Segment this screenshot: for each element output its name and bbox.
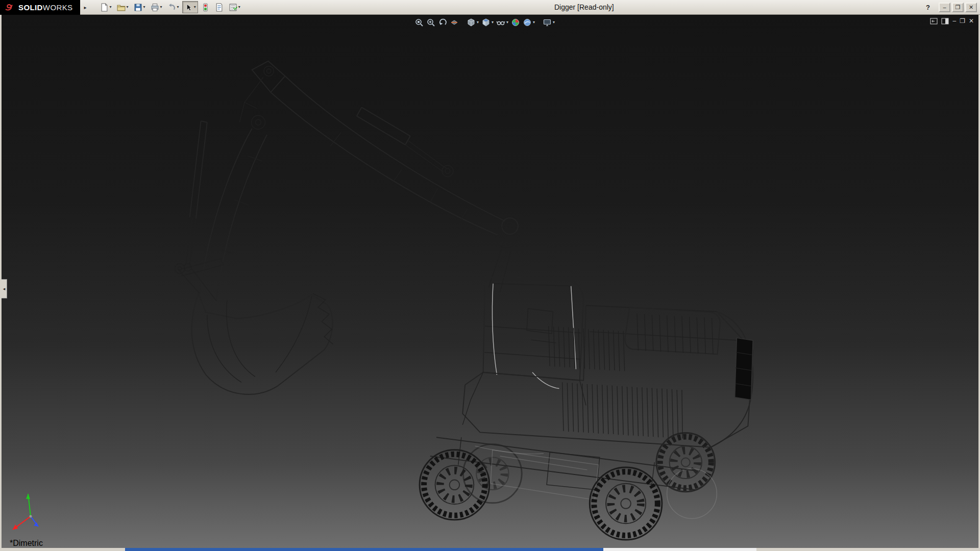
hide-show-items-icon [496,18,505,27]
taskbar-active-segment[interactable] [125,548,603,551]
view-settings-caret[interactable]: ▾ [553,20,555,24]
brand-text: SOLIDWORKS [18,3,73,12]
boom-group[interactable] [239,61,518,292]
hide-show-items-caret[interactable]: ▾ [506,20,508,24]
boom-cylinder-group[interactable] [357,107,453,177]
doc-close-button[interactable]: ✕ [969,17,974,24]
front-left-wheel[interactable] [420,450,489,520]
doc-restore-button[interactable]: ❐ [960,17,965,24]
options-icon [229,3,237,12]
graphics-area[interactable]: ▾ ▾ ▾ [0,15,980,548]
panel-splitter-handle[interactable]: ◂ [2,279,7,298]
document-title: Digger [Read-only] [242,3,926,11]
section-view-icon [450,18,459,27]
print-button[interactable]: ▾ [149,1,164,13]
rebuild-button[interactable] [199,1,212,13]
help-button[interactable]: ? [926,4,930,11]
pane-left-button[interactable] [930,18,938,24]
view-orientation-button[interactable]: ▾ [481,17,494,28]
view-orientation-icon [481,18,491,27]
options-dropdown-caret[interactable]: ▾ [238,5,240,9]
select-cursor-icon [184,3,193,12]
hide-show-items-button[interactable]: ▾ [496,17,509,28]
edit-appearance-icon [511,18,520,27]
new-dropdown-caret[interactable]: ▾ [110,5,112,9]
save-button[interactable]: ▾ [132,1,148,13]
edit-appearance-button[interactable] [510,17,521,28]
previous-view-button[interactable] [437,17,448,28]
display-style-caret[interactable]: ▾ [477,20,479,24]
main-toolbar: ▾ ▾ ▾ ▾ [98,1,242,13]
heads-up-toolbar: ▾ ▾ ▾ [414,17,555,28]
previous-view-icon [438,18,447,27]
wheel-ghost-outline [667,468,717,518]
apply-scene-button[interactable]: ▾ [522,17,535,28]
zoom-to-area-icon [426,18,435,27]
file-properties-icon [215,3,224,12]
open-button[interactable]: ▾ [115,1,131,13]
file-properties-button[interactable] [213,1,226,13]
rebuild-traffic-light-icon [201,3,210,12]
window-minimize-button[interactable]: – [939,3,950,12]
front-right-wheel[interactable] [590,467,662,540]
display-style-icon [467,18,476,27]
stick-group[interactable] [184,115,267,301]
open-folder-icon [117,3,126,12]
pane-right-icon [941,18,949,24]
brand-light: WORKS [43,3,73,12]
pane-left-icon [930,18,938,24]
zoom-to-fit-icon [414,18,424,27]
zoom-to-area-button[interactable] [426,17,436,28]
bucket-group[interactable] [192,293,333,394]
pane-right-button[interactable] [941,18,949,24]
undo-button[interactable]: ▾ [165,1,181,13]
display-style-button[interactable]: ▾ [466,17,479,28]
new-document-icon [100,3,109,12]
brand-bold: SOLID [18,3,43,12]
new-document-button[interactable]: ▾ [98,1,114,13]
undo-icon [167,3,176,12]
window-close-button[interactable]: ✕ [965,3,977,12]
taskbar-light-segment[interactable] [603,548,756,551]
undo-dropdown-caret[interactable]: ▾ [177,5,179,9]
section-view-button[interactable] [449,17,459,28]
print-dropdown-caret[interactable]: ▾ [160,5,162,9]
undercarriage-group[interactable] [430,437,698,500]
zoom-to-fit-button[interactable] [414,17,424,28]
triad-y-arrow [26,494,30,499]
view-settings-icon [543,18,552,27]
rear-right-wheel[interactable] [656,433,715,492]
orientation-triad[interactable] [8,487,55,535]
print-icon [151,3,159,12]
open-dropdown-caret[interactable]: ▾ [127,5,129,9]
select-button[interactable]: ▾ [182,1,198,13]
taskbar-strip [0,548,980,551]
body-group[interactable] [462,306,753,447]
doc-minimize-button[interactable]: – [952,17,956,24]
ds-swoosh-icon [4,2,15,13]
view-orientation-caret[interactable]: ▾ [492,20,494,24]
menu-expand-icon[interactable]: ▸ [80,5,91,10]
save-icon [134,3,142,12]
apply-scene-caret[interactable]: ▾ [533,20,535,24]
view-settings-button[interactable]: ▾ [542,17,555,28]
select-dropdown-caret[interactable]: ▾ [194,5,196,9]
window-restore-button[interactable]: ❐ [952,3,964,12]
document-window-controls: – ❐ ✕ [930,17,974,24]
triad-origin [30,515,32,518]
save-dropdown-caret[interactable]: ▾ [143,5,145,9]
digger-wireframe-model[interactable] [2,15,978,548]
window-controls: ? – ❐ ✕ [926,3,980,12]
triad-x-arrow [13,524,18,530]
view-orientation-label: *Dimetric [10,539,43,548]
options-button[interactable]: ▾ [227,1,242,13]
app-titlebar: SOLIDWORKS ▸ ▾ ▾ ▾ [0,0,980,15]
apply-scene-icon [523,18,532,27]
solidworks-logo: SOLIDWORKS [0,0,80,15]
